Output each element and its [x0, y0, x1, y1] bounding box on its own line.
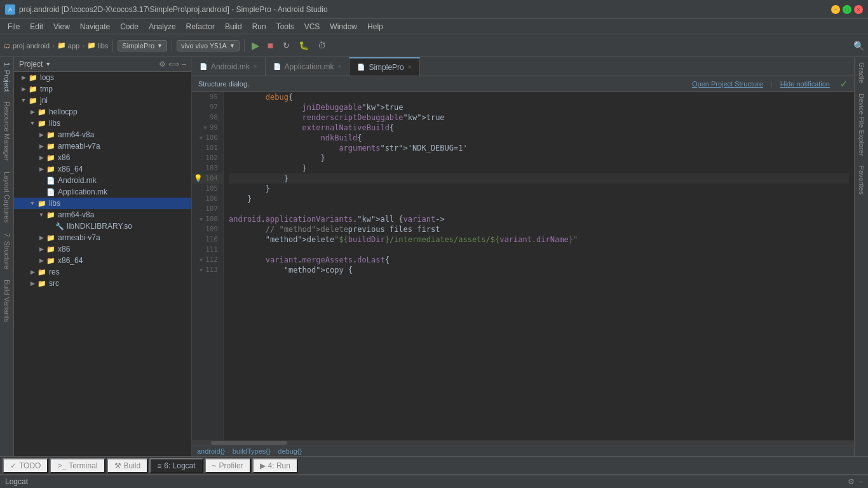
- maximize-button[interactable]: □: [843, 5, 851, 14]
- menu-item-help[interactable]: Help: [362, 21, 388, 32]
- tree-item-17[interactable]: ▶📁res: [14, 266, 191, 278]
- tab-profiler[interactable]: ~ Profiler: [205, 458, 251, 473]
- tab-close-icon[interactable]: ×: [408, 64, 412, 71]
- tree-arrow-15[interactable]: ▶: [37, 246, 46, 252]
- tree-item-4[interactable]: ▼📁libs: [14, 118, 191, 129]
- tab-logcat[interactable]: ≡ 6: Logcat: [149, 458, 203, 473]
- fold-icon[interactable]: ▼: [200, 265, 203, 275]
- fold-icon[interactable]: ▼: [200, 255, 203, 265]
- panel-close-button[interactable]: –: [182, 60, 186, 69]
- code-content[interactable]: debug { jniDebuggable "kw">true rendersc…: [224, 92, 854, 440]
- scrollbar-thumb[interactable]: [211, 441, 287, 445]
- tree-arrow-6[interactable]: ▶: [37, 143, 46, 149]
- panel-tab-layout[interactable]: Layout Captures: [0, 166, 13, 228]
- menu-item-run[interactable]: Run: [247, 21, 271, 32]
- tree-item-0[interactable]: ▶📁logs: [14, 72, 191, 83]
- menu-item-vcs[interactable]: VCS: [299, 21, 325, 32]
- tree-item-15[interactable]: ▶📁x86: [14, 243, 191, 255]
- tab-run[interactable]: ▶ 4: Run: [252, 458, 298, 473]
- breadcrumb-item-0[interactable]: android{}: [197, 447, 225, 455]
- panel-tab-structure[interactable]: 7: Structure: [0, 228, 13, 274]
- logcat-close-button[interactable]: –: [858, 477, 863, 486]
- device-dropdown[interactable]: vivo vivo Y51A ▼: [177, 40, 240, 51]
- debug-button[interactable]: 🐛: [295, 39, 312, 52]
- menu-item-window[interactable]: Window: [325, 21, 362, 32]
- minimize-button[interactable]: –: [831, 5, 840, 14]
- editor-tab-android-mk[interactable]: 📄 Android.mk ×: [192, 57, 266, 76]
- tree-arrow-16[interactable]: ▶: [37, 257, 46, 264]
- tree-item-18[interactable]: ▶📁src: [14, 278, 191, 289]
- panel-tab-resource[interactable]: Resource Manager: [0, 97, 13, 166]
- sync-button[interactable]: ↻: [280, 39, 293, 52]
- fold-icon[interactable]: ▼: [200, 214, 203, 224]
- panel-expand-button[interactable]: ⟺: [168, 60, 179, 69]
- menu-item-view[interactable]: View: [48, 21, 75, 32]
- tree-item-12[interactable]: ▼📁arm64-v8a: [14, 209, 191, 220]
- tree-arrow-1[interactable]: ▶: [19, 86, 28, 92]
- menu-item-build[interactable]: Build: [220, 21, 247, 32]
- run-config-dropdown[interactable]: SimplePro ▼: [118, 40, 167, 51]
- tree-item-11[interactable]: ▼📁libs: [14, 198, 191, 209]
- horizontal-scrollbar[interactable]: [192, 440, 854, 445]
- breadcrumb-proj[interactable]: 🗂 proj.android: [4, 42, 50, 50]
- tree-arrow-3[interactable]: ▶: [28, 109, 37, 115]
- tree-arrow-0[interactable]: ▶: [19, 74, 28, 81]
- tree-item-3[interactable]: ▶📁hellocpp: [14, 106, 191, 118]
- hide-notification-link[interactable]: Hide notification: [780, 80, 830, 88]
- tree-item-13[interactable]: 🔧libNDKLIBRARY.so: [14, 220, 191, 232]
- panel-gear-button[interactable]: ⚙: [159, 60, 166, 69]
- tree-arrow-14[interactable]: ▶: [37, 234, 46, 241]
- tree-item-8[interactable]: ▶📁x86_64: [14, 163, 191, 175]
- menu-item-refactor[interactable]: Refactor: [181, 21, 220, 32]
- tree-arrow-5[interactable]: ▶: [37, 132, 46, 138]
- breadcrumb-item-1[interactable]: buildTypes{}: [233, 447, 271, 455]
- panel-tab-gradle[interactable]: Gradle: [855, 57, 868, 88]
- tree-arrow-2[interactable]: ▼: [19, 97, 28, 104]
- menu-item-analyze[interactable]: Analyze: [144, 21, 181, 32]
- menu-item-navigate[interactable]: Navigate: [75, 21, 115, 32]
- tree-item-6[interactable]: ▶📁armeabi-v7a: [14, 140, 191, 152]
- tree-item-9[interactable]: 📄Android.mk: [14, 175, 191, 186]
- breadcrumb-item-2[interactable]: debug{}: [278, 447, 302, 455]
- tree-item-16[interactable]: ▶📁x86_64: [14, 255, 191, 266]
- menu-item-tools[interactable]: Tools: [271, 21, 299, 32]
- tree-item-1[interactable]: ▶📁tmp: [14, 83, 191, 95]
- tree-item-5[interactable]: ▶📁arm64-v8a: [14, 129, 191, 140]
- tree-arrow-7[interactable]: ▶: [37, 154, 46, 161]
- fold-icon[interactable]: ▼: [203, 123, 207, 133]
- panel-tab-device-explorer[interactable]: Device File Explorer: [855, 88, 868, 161]
- tree-arrow-11[interactable]: ▼: [28, 200, 37, 207]
- tree-arrow-8[interactable]: ▶: [37, 166, 46, 172]
- search-button[interactable]: 🔍: [853, 41, 864, 51]
- editor-tab-simplepro[interactable]: 📄 SimplePro ×: [349, 57, 419, 76]
- open-project-structure-link[interactable]: Open Project Structure: [692, 80, 763, 88]
- tree-arrow-4[interactable]: ▼: [28, 120, 37, 126]
- breadcrumb-app[interactable]: 📁 app: [57, 41, 79, 50]
- tree-item-7[interactable]: ▶📁x86: [14, 152, 191, 163]
- logcat-settings-button[interactable]: ⚙: [848, 477, 855, 486]
- panel-tab-favorites[interactable]: Favorites: [855, 161, 868, 200]
- tab-build[interactable]: ⚒ Build: [107, 458, 149, 473]
- fold-icon[interactable]: ▼: [200, 133, 203, 143]
- tab-close-icon[interactable]: ×: [338, 63, 342, 70]
- tree-arrow-18[interactable]: ▶: [28, 280, 37, 287]
- editor-tab-application-mk[interactable]: 📄 Application.mk ×: [266, 57, 350, 76]
- stop-button[interactable]: ■: [264, 38, 277, 53]
- tree-item-2[interactable]: ▼📁jni: [14, 95, 191, 106]
- panel-tab-project[interactable]: 1: Project: [0, 57, 13, 97]
- tree-arrow-12[interactable]: ▼: [37, 212, 46, 218]
- close-button[interactable]: ×: [854, 5, 863, 14]
- tree-item-10[interactable]: 📄Application.mk: [14, 186, 191, 198]
- menu-item-edit[interactable]: Edit: [25, 21, 48, 32]
- menu-item-file[interactable]: File: [3, 21, 25, 32]
- tree-item-14[interactable]: ▶📁armeabi-v7a: [14, 232, 191, 243]
- run-button[interactable]: ▶: [249, 38, 262, 53]
- tree-arrow-17[interactable]: ▶: [28, 269, 37, 275]
- menu-item-code[interactable]: Code: [115, 21, 144, 32]
- tab-todo[interactable]: ✓ TODO: [3, 458, 48, 473]
- profile-button[interactable]: ⏱: [315, 39, 329, 52]
- breadcrumb-libs[interactable]: 📁 libs: [87, 41, 109, 50]
- panel-tab-buildvariants[interactable]: Build Variants: [0, 274, 13, 327]
- tab-close-icon[interactable]: ×: [254, 63, 257, 70]
- tab-terminal[interactable]: >_ Terminal: [50, 458, 105, 473]
